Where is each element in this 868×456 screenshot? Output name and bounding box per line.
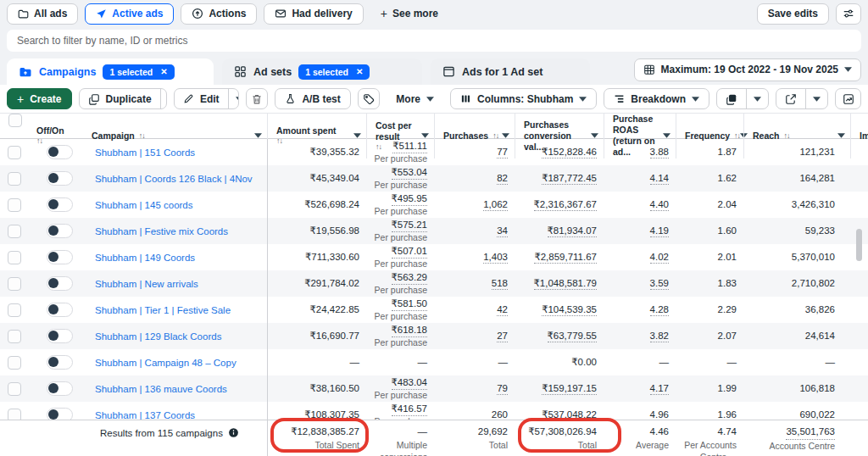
campaign-name-link[interactable]: Shubham | 149 Coords xyxy=(95,253,267,263)
vertical-scrollbar[interactable] xyxy=(856,229,862,261)
roas-value[interactable]: 4.19 xyxy=(650,225,669,238)
purchases-value[interactable]: 82 xyxy=(497,172,508,186)
roas-value[interactable]: 3.88 xyxy=(650,146,669,159)
roas-value[interactable]: 4.02 xyxy=(650,251,669,264)
campaign-toggle[interactable] xyxy=(47,303,73,317)
campaign-toggle[interactable] xyxy=(47,145,73,159)
row-checkbox[interactable] xyxy=(8,303,21,317)
reports-dropdown[interactable] xyxy=(746,89,768,108)
close-icon[interactable]: ✕ xyxy=(356,67,363,76)
campaign-toggle[interactable] xyxy=(47,329,73,343)
cost-per-result-value[interactable]: ₹581.50 xyxy=(392,298,428,311)
roas-value[interactable]: 4.17 xyxy=(650,382,669,396)
roas-value[interactable]: 3.82 xyxy=(650,330,669,343)
delete-button[interactable] xyxy=(246,88,269,109)
campaign-name-link[interactable]: Shubham | 137 Coords xyxy=(95,410,267,420)
cost-per-result-value[interactable]: ₹507.01 xyxy=(392,245,428,259)
filter-actions[interactable]: Actions xyxy=(181,3,257,25)
edit-dropdown[interactable] xyxy=(228,89,239,108)
more-button[interactable]: More xyxy=(387,88,443,109)
cost-per-result-value[interactable]: ₹416.57 xyxy=(392,403,428,416)
campaign-toggle[interactable] xyxy=(47,355,73,370)
ab-test-button[interactable]: A/B test xyxy=(275,88,350,109)
campaign-name-link[interactable]: Shubham | New arrivals xyxy=(95,279,267,289)
export-dropdown[interactable] xyxy=(805,89,827,108)
conversion-value[interactable]: ₹1,048,581.79 xyxy=(534,277,597,291)
row-checkbox[interactable] xyxy=(8,277,21,291)
tag-button[interactable] xyxy=(358,88,381,109)
date-range-picker[interactable]: Maximum: 19 Oct 2022 - 19 Nov 2025 xyxy=(634,58,861,81)
row-checkbox[interactable] xyxy=(8,146,21,159)
campaign-toggle[interactable] xyxy=(47,171,73,186)
purchases-value[interactable]: 1,062 xyxy=(483,198,508,212)
edit-button[interactable]: Edit xyxy=(175,89,228,108)
chevron-down-icon[interactable] xyxy=(254,133,262,138)
select-all-checkbox[interactable] xyxy=(8,114,22,127)
cost-per-result-value[interactable]: ₹495.95 xyxy=(392,192,428,206)
campaign-name-link[interactable]: Shubham | 145 coords xyxy=(95,200,267,210)
conversion-value[interactable]: ₹152,828.46 xyxy=(542,146,597,159)
campaign-toggle[interactable] xyxy=(47,408,73,420)
roas-value[interactable]: 4.14 xyxy=(650,172,669,186)
row-checkbox[interactable] xyxy=(8,409,21,420)
campaign-name-link[interactable]: Shubham | 136 mauve Coords xyxy=(95,384,267,394)
row-checkbox[interactable] xyxy=(8,330,21,343)
campaign-name-link[interactable]: Shubham | 129 Black Coords xyxy=(95,331,267,342)
campaign-name-link[interactable]: Shubham | Coords 126 Black | 4Nov xyxy=(95,174,267,184)
row-checkbox[interactable] xyxy=(8,251,21,264)
reports-button[interactable] xyxy=(717,89,746,108)
purchases-value[interactable]: 260 xyxy=(492,409,508,420)
conversion-value[interactable]: ₹104,539.35 xyxy=(542,303,597,317)
campaign-toggle[interactable] xyxy=(47,250,73,264)
campaign-name-link[interactable]: Shubham | Campaign 48 – Copy xyxy=(95,358,267,368)
conversion-value[interactable]: ₹0.00 xyxy=(571,356,597,369)
footer-value[interactable]: 35,501,763 xyxy=(786,425,835,440)
filters-settings-button[interactable] xyxy=(836,3,861,25)
conversion-value[interactable]: ₹2,316,367.67 xyxy=(534,198,597,212)
conversion-value[interactable]: ₹537,048.22 xyxy=(542,409,597,420)
cost-per-result-value[interactable]: ₹563.29 xyxy=(392,271,428,285)
export-button[interactable] xyxy=(776,89,805,108)
row-checkbox[interactable] xyxy=(8,225,21,238)
chevron-down-icon[interactable] xyxy=(663,133,670,138)
purchases-value[interactable]: 79 xyxy=(497,382,508,396)
save-edits-button[interactable]: Save edits xyxy=(757,3,829,25)
roas-value[interactable]: 4.40 xyxy=(650,198,669,212)
roas-value[interactable]: 3.59 xyxy=(650,277,669,291)
adsets-selected-badge[interactable]: 1 selected✕ xyxy=(298,64,370,80)
campaign-name-link[interactable]: Shubham | Tier 1 | Festive Sale xyxy=(95,305,267,315)
purchases-value[interactable]: 34 xyxy=(497,225,508,238)
columns-button[interactable]: Columns: Shubham xyxy=(450,88,597,109)
purchases-value[interactable]: 27 xyxy=(497,330,508,343)
close-icon[interactable]: ✕ xyxy=(160,67,167,76)
row-checkbox[interactable] xyxy=(8,198,21,212)
campaign-toggle[interactable] xyxy=(47,381,73,396)
info-icon[interactable] xyxy=(228,427,239,438)
tab-campaigns[interactable]: Campaigns 1 selected✕ xyxy=(7,58,214,85)
conversion-value[interactable]: ₹63,779.55 xyxy=(548,330,597,343)
roas-value[interactable]: 4.28 xyxy=(650,303,669,317)
tab-ad-sets[interactable]: Ad sets 1 selected✕ xyxy=(222,58,422,85)
chevron-down-icon[interactable] xyxy=(353,133,361,138)
roas-value[interactable]: — xyxy=(659,356,670,369)
breakdown-button[interactable]: Breakdown xyxy=(604,88,709,109)
cost-per-result-value[interactable]: ₹511.11 xyxy=(392,140,427,153)
row-checkbox[interactable] xyxy=(8,356,21,370)
conversion-value[interactable]: ₹81,934.07 xyxy=(548,225,597,238)
campaign-name-link[interactable]: Shubham | Festive mix Coords xyxy=(95,226,267,236)
duplicate-button[interactable]: Duplicate xyxy=(80,89,160,108)
create-button[interactable]: + Create xyxy=(7,88,72,109)
roas-value[interactable]: 4.96 xyxy=(650,409,669,420)
purchases-value[interactable]: 518 xyxy=(492,277,508,291)
chevron-down-icon[interactable] xyxy=(421,133,429,138)
cost-per-result-value[interactable]: ₹553.04 xyxy=(392,166,428,180)
purchases-value[interactable]: 42 xyxy=(497,303,508,317)
cost-per-result-value[interactable]: ₹483.04 xyxy=(392,376,428,390)
tab-ads[interactable]: Ads for 1 Ad set xyxy=(431,58,590,85)
cost-per-result-value[interactable]: ₹618.18 xyxy=(392,324,428,337)
filter-active-ads[interactable]: Active ads xyxy=(85,3,174,25)
campaign-toggle[interactable] xyxy=(47,224,73,238)
charts-button[interactable] xyxy=(835,88,861,109)
campaign-toggle[interactable] xyxy=(47,197,73,212)
purchases-value[interactable]: — xyxy=(498,356,509,369)
